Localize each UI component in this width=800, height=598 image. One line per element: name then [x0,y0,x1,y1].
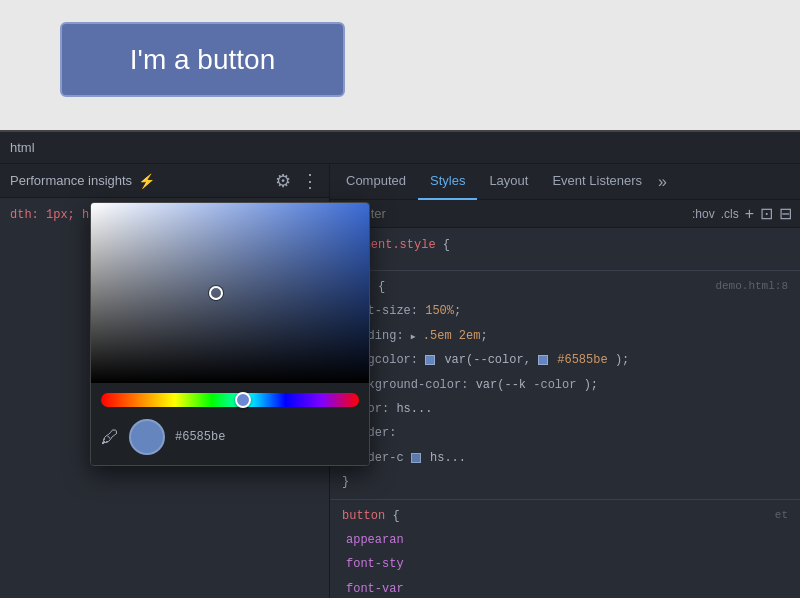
inspector-tabs: Computed Styles Layout Event Listeners » [330,164,800,200]
element-style-close: } [342,252,788,266]
padding-prop: padding: ▶ .5em 2em; [330,324,800,348]
btn-rule-block: .btn { demo.html:8 font-size: 150%; padd… [330,271,800,500]
tab-computed[interactable]: Computed [334,164,418,200]
cls-badge[interactable]: .cls [721,207,739,221]
element-style-block: element.style { } [330,234,800,271]
tab-styles[interactable]: Styles [418,164,477,200]
layout-button[interactable]: ⊡ [760,204,773,223]
color-prop: color: hs... [330,397,800,421]
button-selector: button [342,509,385,523]
tab-layout[interactable]: Layout [477,164,540,200]
demo-button[interactable]: I'm a button [60,22,345,97]
performance-insights-icon: ⚡ [138,173,155,189]
button-selector-line: button { et [330,504,800,528]
color-swatch-2[interactable] [538,355,548,365]
bgcolor-swatch[interactable] [425,355,435,365]
padding-triangle[interactable]: ▶ [411,330,416,344]
devtools-title: html [10,140,35,155]
filter-badges: :hov .cls + ⊡ ⊟ [692,204,792,223]
hue-strip[interactable] [101,393,359,407]
filter-bar: ⊟ :hov .cls + ⊡ ⊟ [330,200,800,228]
hov-badge[interactable]: :hov [692,207,715,221]
more-options-icon[interactable]: ⋮ [301,170,319,192]
border-color-swatch[interactable] [411,453,421,463]
color-cursor[interactable] [209,286,223,300]
css-content: element.style { } .btn { demo.html:8 fon… [330,228,800,598]
font-size-prop: font-size: 150%; [330,299,800,323]
btn-close: } [330,470,800,494]
eyedropper-icon: 🖊 [101,427,119,447]
demo-button-label: I'm a button [130,44,275,76]
devtools-main: Performance insights ⚡ ⚙ ⋮ dth: 1px; hei… [0,164,800,598]
border-prop: border: [330,421,800,445]
border-c-prop: border-c hs... [330,446,800,470]
element-style-open: element.style { [342,238,788,252]
color-gradient[interactable] [91,203,369,383]
btn-selector-line: .btn { demo.html:8 [330,275,800,299]
color-controls: 🖊 [91,383,369,465]
devtools-panel: html Performance insights ⚡ ⚙ ⋮ dth: 1px… [0,130,800,598]
performance-insights-label: Performance insights [10,173,132,188]
color-hex-input[interactable] [175,430,359,444]
button-rule-block: button { et appearan font-sty font-var [330,500,800,598]
button-source-link[interactable]: et [775,506,788,525]
devtools-titlebar: html [0,132,800,164]
color-picker: 🖊 [90,202,370,466]
split-button[interactable]: ⊟ [779,204,792,223]
btn-source-link[interactable]: demo.html:8 [715,277,788,296]
font-style-prop: font-sty [330,552,800,576]
performance-insights-bar: Performance insights ⚡ ⚙ ⋮ [0,164,329,198]
filter-input[interactable] [357,206,684,221]
font-var-prop-1: font-var [330,577,800,598]
tab-event-listeners[interactable]: Event Listeners [540,164,654,200]
tabs-more-icon[interactable]: » [658,173,667,191]
color-preview-circle[interactable] [129,419,165,455]
settings-icon[interactable]: ⚙ [275,170,291,192]
devtools-right-panel: Computed Styles Layout Event Listeners »… [330,164,800,598]
bgcolor-prop: --bgcolor: var(--color, #6585be ); [330,348,800,372]
add-rule-button[interactable]: + [745,205,754,223]
appearance-prop: appearan [330,528,800,552]
hue-thumb[interactable] [235,392,251,408]
eyedropper-button[interactable]: 🖊 [101,427,119,448]
background-color-prop: background-color: var(--k -color ); [330,373,800,397]
